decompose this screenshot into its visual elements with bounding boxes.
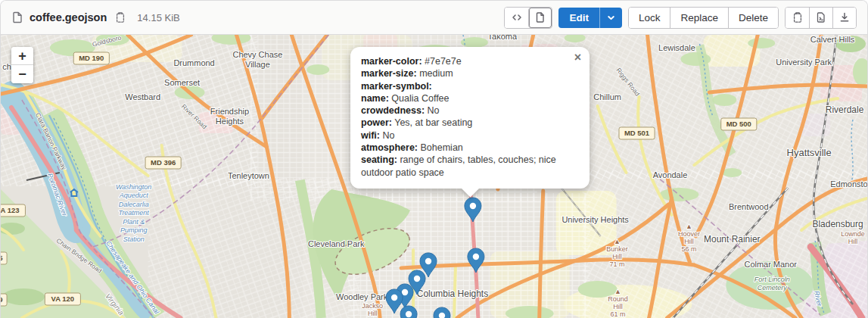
map-label: FriendshipHeights — [210, 107, 249, 126]
map-label: Takoma — [488, 35, 518, 41]
map-label: Brentwood — [729, 202, 768, 211]
map-label: Westbard — [125, 92, 160, 101]
view-toggle-group — [504, 7, 552, 29]
route-badge: 9 — [1, 294, 7, 306]
popup-property: crowdedness: No — [361, 104, 579, 117]
route-badge: VA 120 — [45, 293, 80, 305]
map-label: Colmar Manor — [744, 260, 797, 269]
popup-property: power: Yes, at bar seating — [361, 117, 579, 129]
file-actions-group: Lock Replace Delete — [628, 7, 779, 29]
download-button[interactable] — [832, 8, 856, 28]
map-label: Hyattsville — [787, 147, 832, 158]
route-badge: MD 396 — [145, 157, 181, 169]
file-size: 14.15 KiB — [137, 12, 179, 23]
svg-text:9: 9 — [1, 295, 3, 304]
popup-property: wifi: No — [361, 129, 579, 142]
map-label: Riverdale — [826, 104, 864, 115]
delete-button[interactable]: Delete — [728, 8, 778, 28]
popup-property: name: Qualia Coffee — [361, 92, 579, 104]
map-container[interactable]: MD 190MD 396A 123VA 120MD 501MD 50059 Ta… — [1, 35, 867, 318]
map-label: Lewisdale — [658, 43, 695, 52]
svg-text:MD 396: MD 396 — [151, 158, 176, 167]
route-badge: MD 501 — [619, 127, 655, 139]
file-name: coffee.geojson — [30, 11, 107, 23]
popup-properties: marker-color: #7e7e7emarker-size: medium… — [361, 55, 579, 179]
lock-button[interactable]: Lock — [629, 8, 670, 28]
edit-button[interactable]: Edit — [558, 8, 599, 28]
route-badge: MD 500 — [721, 118, 757, 130]
map-label: Bladensburg — [812, 219, 863, 229]
popup-property: marker-symbol: — [361, 80, 579, 92]
map-label: ch — [2, 62, 11, 71]
map-label: Edmonston — [830, 179, 867, 189]
code-icon — [511, 11, 523, 23]
popup-property: marker-size: medium — [361, 67, 579, 80]
download-icon — [838, 11, 851, 23]
copy-path-icon[interactable] — [113, 10, 128, 25]
file-viewer-panel: coffee.geojson 14.15 KiB Edit — [0, 0, 868, 318]
zoom-in-button[interactable]: + — [11, 47, 33, 65]
map-label: Mount Rainier — [704, 234, 760, 245]
map-label: Somerset — [164, 78, 200, 87]
file-icon — [11, 11, 23, 23]
map-label: University Park — [776, 58, 832, 67]
edit-dropdown-button[interactable] — [599, 8, 622, 28]
map-label: Calvert Hills — [810, 35, 855, 44]
zoom-out-button[interactable]: − — [11, 65, 33, 83]
popup-property: seating: range of chairs, tables, couche… — [361, 154, 579, 179]
replace-button[interactable]: Replace — [670, 8, 728, 28]
map-label: WashingtonAqueductDalecarliaTreatmentPla… — [116, 183, 151, 243]
clipboard-icon — [792, 11, 804, 23]
route-badge: A 123 — [1, 204, 25, 217]
copy-contents-button[interactable] — [786, 8, 809, 28]
map-label: Drummond — [173, 58, 214, 67]
rendered-view-button[interactable] — [528, 8, 552, 28]
svg-text:MD 501: MD 501 — [624, 129, 650, 137]
popup-property: marker-color: #7e7e7e — [361, 55, 579, 67]
map-label: Avondale — [653, 170, 688, 179]
close-icon[interactable]: × — [573, 51, 583, 64]
raw-file-icon — [815, 11, 827, 23]
map-label: Cleveland Park — [308, 239, 365, 248]
svg-text:MD 190: MD 190 — [79, 54, 104, 62]
file-header: coffee.geojson 14.15 KiB Edit — [1, 1, 867, 35]
file-tools-group — [785, 7, 857, 29]
svg-text:VA 120: VA 120 — [51, 295, 75, 303]
svg-text:MD 500: MD 500 — [726, 120, 751, 128]
map-label: Woodley Park — [336, 292, 388, 301]
route-badge: 5 — [1, 252, 7, 264]
map-label: Tenleytown — [228, 171, 269, 180]
map-label: Chillum — [593, 92, 621, 101]
map-label: Columbia Heights — [417, 288, 488, 299]
popup-property: atmosphere: Bohemian — [361, 142, 579, 154]
chevron-down-icon — [606, 13, 616, 23]
map-label: University Heights — [562, 215, 629, 224]
map-zoom-control: + − — [11, 47, 33, 83]
svg-text:A 123: A 123 — [1, 206, 19, 214]
open-raw-button[interactable] — [809, 8, 832, 28]
map-label: Fort LincolnCemetery — [754, 276, 790, 292]
feature-popup: × marker-color: #7e7e7emarker-size: medi… — [350, 47, 590, 189]
map-marker[interactable] — [400, 306, 417, 318]
edit-split-button: Edit — [558, 8, 622, 28]
route-badge: MD 190 — [73, 52, 109, 64]
document-icon — [534, 11, 546, 23]
source-view-button[interactable] — [505, 8, 528, 28]
